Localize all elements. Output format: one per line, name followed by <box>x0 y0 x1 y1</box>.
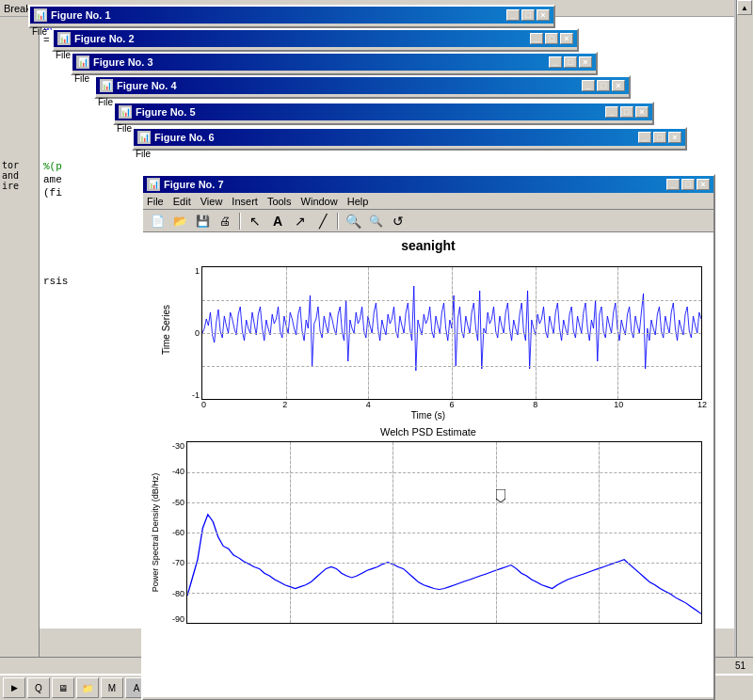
fig4-maximize[interactable]: □ <box>597 80 610 91</box>
figure-1-titlebar: 📊 Figure No. 1 _ □ × <box>30 7 553 24</box>
fig7-menu-view[interactable]: View <box>200 196 223 207</box>
editor-line: %(p <box>43 160 730 173</box>
fig7-menu-insert[interactable]: Insert <box>232 196 258 207</box>
open-btn[interactable]: 📂 <box>169 212 190 231</box>
figure-6-titlebar: 📊 Figure No. 6 _ □ × <box>134 129 685 146</box>
figure-5-title: Figure No. 5 <box>136 106 196 118</box>
figure-3-window: 📊 Figure No. 3 _ □ × File <box>71 52 598 75</box>
save-btn[interactable]: 💾 <box>192 212 213 231</box>
fig6-menubar: File <box>134 146 685 161</box>
print-btn[interactable]: 🖨 <box>215 212 235 231</box>
fig4-minimize[interactable]: _ <box>582 80 595 91</box>
figure-2-icon: 📊 <box>57 32 71 45</box>
text-btn[interactable]: A <box>267 212 288 231</box>
welch-psd-yticks: -30 -40 -50 -60 -70 -80 -90 <box>164 441 186 624</box>
fig7-menu-edit[interactable]: Edit <box>173 196 191 207</box>
xtick-4: 4 <box>366 400 371 409</box>
fig4-menu-file[interactable]: File <box>98 97 113 107</box>
grid-h1 <box>202 300 701 301</box>
taskbar-btn-2[interactable]: 🖥 <box>52 677 74 698</box>
fig7-menu-tools[interactable]: Tools <box>267 196 292 207</box>
time-series-ylabel-text: Time Series <box>161 305 171 355</box>
svg-marker-0 <box>496 489 505 502</box>
fig3-minimize[interactable]: _ <box>549 56 562 68</box>
fig1-maximize[interactable]: □ <box>521 9 535 21</box>
new-btn[interactable]: 📄 <box>147 212 168 231</box>
fig1-menu-file[interactable]: File <box>32 26 47 37</box>
fig6-menu-file[interactable]: File <box>136 149 151 159</box>
taskbar-start[interactable]: ▶ <box>3 677 25 698</box>
fig5-maximize[interactable]: □ <box>620 106 633 118</box>
fig1-close[interactable]: × <box>537 9 550 21</box>
psd-ytick-n40: -40 <box>172 467 184 476</box>
psd-ytick-n60: -60 <box>172 528 184 537</box>
fig7-menu-window[interactable]: Window <box>301 196 338 207</box>
taskbar-btn-4[interactable]: M <box>101 677 123 698</box>
fig5-close[interactable]: × <box>635 106 649 118</box>
xtick-0: 0 <box>201 400 206 409</box>
xtick-12: 12 <box>697 400 707 409</box>
scroll-up[interactable]: ▲ <box>737 0 752 15</box>
figure-4-window: 📊 Figure No. 4 _ □ × File <box>94 75 631 99</box>
taskbar-btn-q[interactable]: Q <box>27 677 50 698</box>
figure-2-window: 📊 Figure No. 2 _ □ × File <box>52 28 579 52</box>
time-series-xticks: 0 2 4 6 8 10 12 <box>201 400 702 417</box>
figure-6-title: Figure No. 6 <box>154 132 215 143</box>
psd-ytick-n80: -80 <box>172 589 184 598</box>
welch-psd-ylabel: Power Spectral Density (dB/Hz) <box>151 473 160 593</box>
psd-grid-h2 <box>187 502 701 503</box>
figure-2-titlebar: 📊 Figure No. 2 _ □ × <box>54 30 577 47</box>
fig2-minimize[interactable]: _ <box>530 33 543 44</box>
status-value: 51 <box>735 660 745 671</box>
ytick-0: 0 <box>195 328 200 338</box>
psd-ytick-n70: -70 <box>172 558 184 567</box>
grid-h3 <box>202 366 701 367</box>
fig5-minimize[interactable]: _ <box>605 106 618 118</box>
zoom-in-btn[interactable]: 🔍 <box>343 212 363 231</box>
fig3-maximize[interactable]: □ <box>564 56 577 68</box>
fig7-close[interactable]: × <box>697 179 710 190</box>
fig2-maximize[interactable]: □ <box>545 33 558 44</box>
arrow-up-btn[interactable]: ↗ <box>290 212 311 231</box>
fig7-maximize[interactable]: □ <box>681 179 695 190</box>
fig6-close[interactable]: × <box>668 132 681 143</box>
figure-3-titlebar: 📊 Figure No. 3 _ □ × <box>72 54 596 71</box>
figure-6-icon: 📊 <box>137 131 151 144</box>
fig7-menu-help[interactable]: Help <box>347 196 369 207</box>
fig1-minimize[interactable]: _ <box>506 9 520 21</box>
fig7-content: seanight Time Series 1 0 -1 <box>143 232 713 697</box>
arrow-btn[interactable]: ↖ <box>245 212 265 231</box>
fig6-maximize[interactable]: □ <box>653 132 666 143</box>
fig7-menu-file[interactable]: File <box>147 196 164 207</box>
fig5-menu-file[interactable]: File <box>117 123 132 134</box>
line-btn[interactable]: ╱ <box>312 212 333 231</box>
figure-3-title: Figure No. 3 <box>93 56 153 68</box>
figure-7-window: 📊 Figure No. 7 _ □ × File Edit View Inse… <box>141 174 715 700</box>
fig2-menu-file[interactable]: File <box>56 50 71 60</box>
zoom-out-btn[interactable]: 🔍 <box>365 212 386 231</box>
psd-grid-h3 <box>187 533 701 533</box>
ytick-n1: -1 <box>192 390 200 400</box>
fig2-close[interactable]: × <box>560 33 573 44</box>
fig4-close[interactable]: × <box>612 80 625 91</box>
fig6-minimize[interactable]: _ <box>638 132 651 143</box>
time-series-ylabel: Time Series <box>147 259 184 400</box>
figure-7-icon: 📊 <box>147 178 160 191</box>
editor-line: and <box>2 170 37 181</box>
editor-line: tor <box>2 160 37 170</box>
rotate-btn[interactable]: ↺ <box>388 212 409 231</box>
fig7-minimize[interactable]: _ <box>666 179 680 190</box>
psd-grid-h5 <box>187 593 701 594</box>
scrollbar-right[interactable]: ▲ ▼ <box>736 0 753 677</box>
fig3-menu-file[interactable]: File <box>74 73 89 84</box>
ytick-1: 1 <box>195 266 200 276</box>
welch-psd-ylabel-container: Power Spectral Density (dB/Hz) <box>147 441 164 624</box>
taskbar-btn-3[interactable]: 📁 <box>76 677 99 698</box>
editor-panel: tor and ire <box>0 17 40 677</box>
chart-title: seanight <box>147 238 710 253</box>
psd-grid-h1 <box>187 472 701 473</box>
figure-1-title: Figure No. 1 <box>51 9 111 21</box>
grid-h2 <box>202 333 701 334</box>
figure-4-titlebar: 📊 Figure No. 4 _ □ × <box>96 77 629 94</box>
fig3-close[interactable]: × <box>579 56 592 68</box>
